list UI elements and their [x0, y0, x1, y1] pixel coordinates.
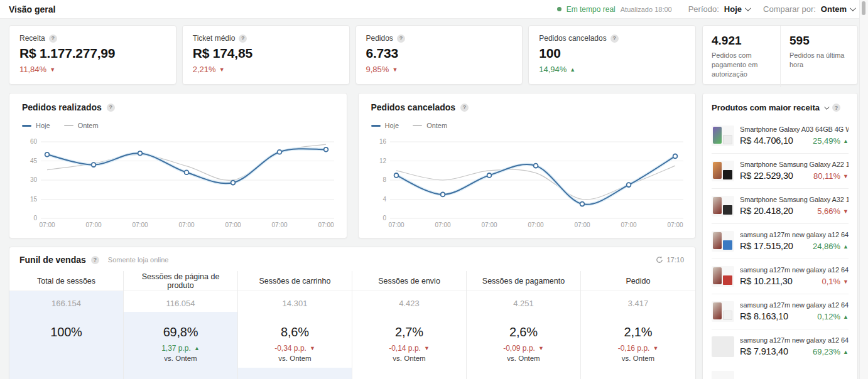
period-select[interactable]: Hoje — [724, 4, 749, 14]
svg-text:15: 15 — [30, 196, 38, 203]
overview-dashboard: Visão geral Em tempo real Atualizado 18:… — [0, 0, 868, 379]
funnel-step: Sessões de carrinho 14.301 8,6% -0,34 p.… — [238, 271, 352, 379]
product-name: Smartphone Samsung Galaxy A22 12… — [740, 161, 849, 168]
side-kpi-value: 595 — [789, 34, 849, 48]
legend-swatch-blue — [22, 125, 31, 127]
help-icon[interactable] — [239, 35, 247, 43]
kpi-delta-value: 14,94% — [539, 65, 567, 74]
svg-text:4: 4 — [382, 196, 386, 203]
product-name: samsung a127m new galaxy a12 64gb… — [740, 266, 849, 274]
funnel-bar — [238, 368, 352, 379]
product-price-row: R$ 7.913,40 69,23% ▲ — [740, 346, 849, 356]
realtime-dot-icon — [557, 7, 561, 11]
sales-funnel-card: Funil de vendas Somente loja online 17:1… — [9, 247, 696, 379]
trend-arrow-icon: ▼ — [50, 67, 55, 73]
svg-text:07:00: 07:00 — [574, 222, 590, 228]
kpi-card: Ticket médio R$ 174,85 2,21% ▼ — [182, 25, 350, 85]
kpi-cards: Receita R$ 1.177.277,99 11,84% ▼ Ticket … — [9, 25, 696, 85]
funnel-step-body: 166.154 100% vs. Ontem — [9, 291, 123, 379]
funnel-refresh[interactable]: 17:10 — [656, 256, 684, 264]
help-icon[interactable] — [91, 256, 99, 264]
help-icon[interactable] — [49, 35, 57, 43]
funnel-step-body: 14.301 8,6% -0,34 p.p. ▼ vs. Ontem — [238, 291, 352, 379]
product-list-item[interactable]: Smartphone Samsung Galaxy A32 12… R$ 20.… — [712, 189, 849, 224]
products-title: Produtos com maior receita — [712, 103, 820, 112]
side-kpi-cell: 595 Pedidos na última hora — [780, 26, 857, 87]
product-thumbnail — [712, 266, 734, 287]
product-list-item[interactable]: samsung a127m new galaxy a12 64gb… R$ 7.… — [712, 329, 849, 364]
product-list-item[interactable]: samsung a127m new galaxy a12 64gb… R$ 10… — [712, 259, 849, 294]
svg-text:07:00: 07:00 — [318, 222, 334, 228]
chevron-down-icon — [850, 5, 856, 11]
product-info — [740, 371, 849, 379]
product-list-item[interactable] — [712, 364, 849, 379]
svg-text:07:00: 07:00 — [178, 222, 194, 228]
product-name: Smartphone Samsung Galaxy A32 12… — [740, 196, 849, 203]
legend-item-yesterday[interactable]: Ontem — [413, 122, 447, 129]
kpi-card: Receita R$ 1.177.277,99 11,84% ▼ — [9, 25, 176, 85]
trend-arrow-icon: ▼ — [843, 173, 849, 179]
product-info: samsung a127m new galaxy a12 64gb… R$ 10… — [740, 266, 849, 287]
top-products-panel: Produtos com maior receita Smartphone Ga… — [702, 93, 858, 379]
product-list-item[interactable]: Smartphone Galaxy A03 64GB 4G Wi-… R$ 44… — [712, 119, 849, 154]
top-bar-controls: Em tempo real Atualizado 18:00 Período: … — [557, 4, 854, 14]
legend-label: Hoje — [385, 122, 399, 129]
help-icon[interactable] — [610, 35, 619, 43]
product-delta: 25,49% ▲ — [813, 136, 849, 146]
funnel-step-count: 4.423 — [352, 291, 466, 308]
chart-title: Pedidos cancelados — [371, 102, 456, 112]
svg-text:07:00: 07:00 — [85, 222, 101, 228]
kpi-label: Receita — [19, 34, 45, 43]
legend-item-yesterday[interactable]: Ontem — [64, 122, 99, 129]
cancelled-chart-card: Pedidos cancelados Hoje Ontem 048121607:… — [358, 93, 697, 238]
help-icon[interactable] — [460, 104, 469, 112]
funnel-step-count: 3.417 — [581, 291, 695, 308]
trend-arrow-icon: ▼ — [843, 208, 849, 215]
product-list-item[interactable]: samsung a127m new galaxy a12 64gb… R$ 17… — [712, 224, 849, 259]
trend-arrow-icon: ▼ — [310, 345, 315, 351]
trend-arrow-icon: ▼ — [843, 279, 849, 285]
funnel-vs-label: vs. Ontem — [467, 355, 580, 362]
trend-arrow-icon: ▼ — [392, 67, 398, 73]
kpi-delta: 2,21% ▼ — [193, 65, 339, 74]
line-chart: 01530456007:0007:0007:0007:0007:0007:000… — [22, 134, 334, 232]
charts-row: Pedidos realizados Hoje Ontem 0153045600… — [9, 93, 696, 238]
page-scrollbar[interactable] — [859, 0, 868, 379]
funnel-step-percent: 100% — [9, 325, 123, 339]
products-title-row: Produtos com maior receita — [712, 93, 849, 119]
scrollbar-thumb[interactable] — [862, 1, 865, 15]
period-label: Período: — [688, 4, 719, 14]
funnel-step: Pedido 3.417 2,1% -0,16 p.p. ▼ vs. Ontem — [581, 271, 695, 379]
kpi-value: 100 — [539, 46, 685, 61]
kpi-label-row: Pedidos cancelados — [539, 34, 685, 43]
legend-item-today[interactable]: Hoje — [371, 122, 399, 129]
kpi-label: Ticket médio — [193, 34, 236, 43]
compare-select[interactable]: Ontem — [821, 4, 854, 14]
chart-legend: Hoje Ontem — [371, 122, 683, 129]
svg-text:16: 16 — [379, 138, 386, 145]
funnel-step: Sessões de envio 4.423 2,7% -0,14 p.p. ▼… — [352, 271, 467, 379]
product-price-row: R$ 44.706,10 25,49% ▲ — [740, 136, 849, 146]
help-icon[interactable] — [832, 104, 840, 112]
funnel-delta-value: -0,09 p.p. — [503, 344, 535, 353]
product-info: samsung a127m new galaxy a12 64gb… R$ 7.… — [740, 336, 849, 357]
kpi-delta-value: 11,84% — [19, 65, 46, 74]
legend-item-today[interactable]: Hoje — [22, 122, 50, 129]
product-price-row: R$ 22.529,30 80,11% ▼ — [740, 171, 849, 181]
funnel-step-percent: 2,1% — [581, 325, 695, 339]
product-info: Smartphone Samsung Galaxy A22 12… R$ 22.… — [740, 161, 849, 181]
chevron-down-icon[interactable] — [824, 104, 829, 109]
funnel-step-label: Pedido — [581, 271, 695, 291]
product-delta: 0,1% ▼ — [822, 277, 849, 286]
product-list-item[interactable]: samsung a127m new galaxy a12 64gb… R$ 8.… — [712, 294, 849, 329]
product-delta-value: 25,49% — [813, 136, 840, 146]
trend-arrow-icon: ▲ — [194, 345, 200, 351]
product-delta-value: 5,66% — [817, 206, 840, 216]
funnel-step-delta: 1,37 p.p. ▲ — [124, 344, 237, 353]
svg-text:07:00: 07:00 — [388, 222, 404, 228]
legend-label: Ontem — [426, 122, 447, 129]
help-icon[interactable] — [107, 104, 115, 112]
funnel-step: Sessões de pagamento 4.251 2,6% -0,09 p.… — [467, 271, 581, 379]
help-icon[interactable] — [397, 35, 405, 43]
product-list-item[interactable]: Smartphone Samsung Galaxy A22 12… R$ 22.… — [712, 154, 849, 189]
